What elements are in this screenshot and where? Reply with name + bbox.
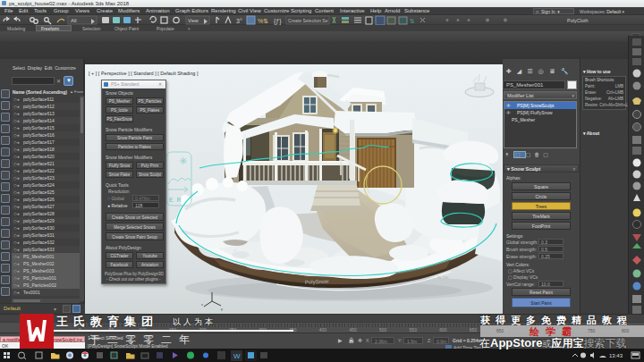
svg-text:ER: ER bbox=[169, 197, 185, 203]
svg-text:x: x bbox=[201, 302, 203, 307]
svg-text:PolyCloth: PolyCloth bbox=[567, 18, 589, 23]
svg-text:All: All bbox=[71, 18, 77, 23]
svg-text:W: W bbox=[233, 352, 241, 360]
svg-text:13:43: 13:43 bbox=[609, 353, 623, 358]
svg-text:Create Selection Se: Create Selection Se bbox=[288, 18, 328, 23]
svg-text:%⇅: %⇅ bbox=[258, 18, 268, 24]
svg-text:3°: 3° bbox=[236, 18, 242, 24]
svg-text:{ƒ}: {ƒ} bbox=[274, 18, 282, 25]
svg-text:⇅: ⇅ bbox=[410, 18, 415, 24]
svg-text:[ + ] [ Perspective ] [ Standa: [ + ] [ Perspective ] [ Standard ] [ Def… bbox=[89, 71, 199, 76]
svg-text:y: y bbox=[221, 307, 223, 311]
svg-text:is he: is he bbox=[437, 274, 449, 280]
svg-text:View: View bbox=[188, 18, 199, 23]
